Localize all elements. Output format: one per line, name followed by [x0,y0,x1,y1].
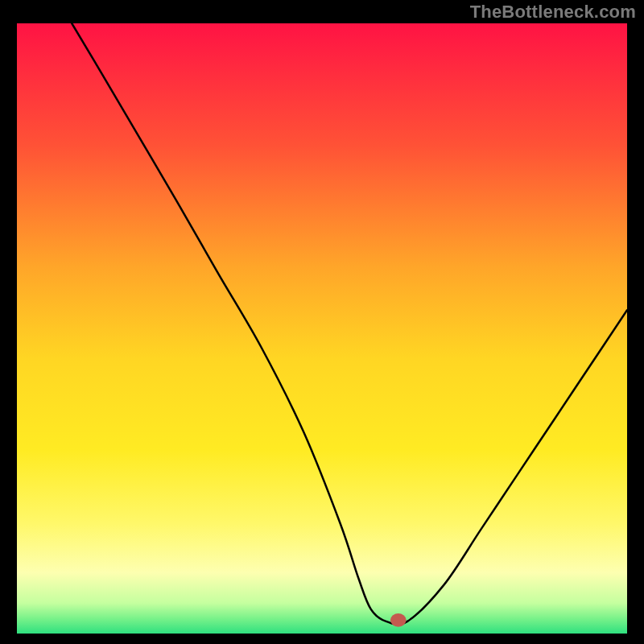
watermark-text: TheBottleneck.com [470,2,636,23]
chart-frame: TheBottleneck.com [0,0,644,644]
plot-area [17,23,627,634]
plot-svg [17,23,627,634]
gradient-background [17,23,627,634]
minimum-marker [390,613,407,627]
